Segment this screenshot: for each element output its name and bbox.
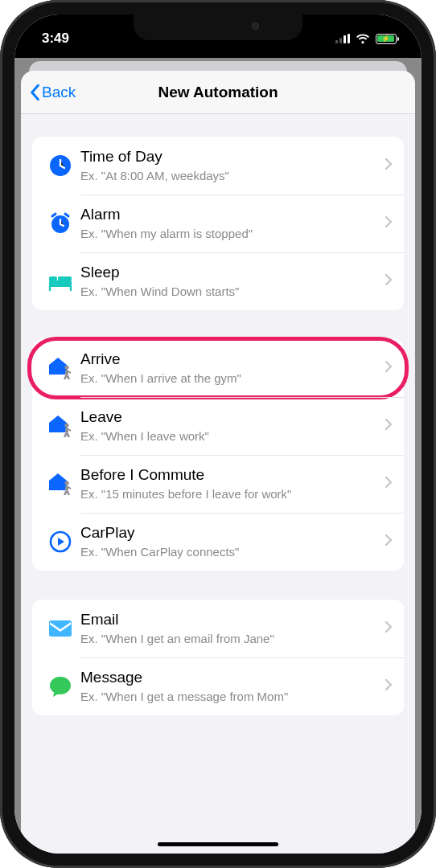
trigger-row-arrive[interactable]: ArriveEx. "When I arrive at the gym" bbox=[32, 339, 404, 397]
row-subtitle: Ex. "15 minutes before I leave for work" bbox=[80, 486, 383, 502]
battery-icon: ⚡ bbox=[376, 34, 400, 44]
mail-icon bbox=[43, 619, 77, 638]
commute-icon bbox=[43, 471, 77, 497]
trigger-row-sleep[interactable]: SleepEx. "When Wind Down starts" bbox=[32, 252, 404, 310]
home-indicator[interactable] bbox=[158, 842, 278, 846]
row-subtitle: Ex. "When my alarm is stopped" bbox=[80, 226, 383, 242]
trigger-group: ArriveEx. "When I arrive at the gym"Leav… bbox=[32, 339, 404, 571]
chevron-left-icon bbox=[29, 84, 40, 101]
chevron-right-icon bbox=[383, 534, 394, 550]
carplay-icon bbox=[43, 530, 77, 554]
row-subtitle: Ex. "At 8:00 AM, weekdays" bbox=[80, 168, 383, 184]
chevron-right-icon bbox=[383, 360, 394, 376]
row-subtitle: Ex. "When I get an email from Jane" bbox=[80, 631, 383, 647]
cellular-icon bbox=[335, 34, 350, 43]
chevron-right-icon bbox=[383, 215, 394, 231]
svg-rect-10 bbox=[65, 485, 68, 491]
nav-bar: Back New Automation bbox=[21, 71, 415, 114]
trigger-row-before-i-commute[interactable]: Before I CommuteEx. "15 minutes before I… bbox=[32, 455, 404, 513]
trigger-row-email[interactable]: EmailEx. "When I get an email from Jane" bbox=[32, 600, 404, 657]
row-texts: SleepEx. "When Wind Down starts" bbox=[77, 263, 383, 299]
svg-rect-2 bbox=[49, 280, 72, 287]
chevron-right-icon bbox=[383, 620, 394, 637]
row-texts: Before I CommuteEx. "15 minutes before I… bbox=[77, 465, 383, 502]
svg-rect-3 bbox=[49, 276, 57, 281]
notch bbox=[134, 14, 302, 40]
trigger-row-leave[interactable]: LeaveEx. "When I leave work" bbox=[32, 397, 404, 455]
bed-icon bbox=[43, 269, 77, 293]
row-subtitle: Ex. "When I arrive at the gym" bbox=[80, 371, 383, 387]
clock-icon bbox=[43, 154, 77, 178]
chevron-right-icon bbox=[383, 158, 394, 174]
row-texts: Time of DayEx. "At 8:00 AM, weekdays" bbox=[77, 147, 383, 183]
status-time: 3:49 bbox=[42, 31, 69, 47]
row-texts: EmailEx. "When I get an email from Jane" bbox=[77, 610, 383, 646]
wifi-icon bbox=[356, 34, 370, 44]
modal-stack: Back New Automation Time of DayEx. "At 8… bbox=[14, 58, 422, 854]
row-subtitle: Ex. "When I leave work" bbox=[80, 428, 383, 444]
row-subtitle: Ex. "When Wind Down starts" bbox=[80, 284, 383, 300]
alarm-icon bbox=[43, 211, 77, 235]
svg-rect-6 bbox=[65, 370, 68, 375]
trigger-row-time-of-day[interactable]: Time of DayEx. "At 8:00 AM, weekdays" bbox=[32, 137, 404, 194]
page-title: New Automation bbox=[21, 84, 415, 101]
row-title: Sleep bbox=[80, 263, 383, 282]
trigger-row-carplay[interactable]: CarPlayEx. "When CarPlay connects" bbox=[32, 513, 404, 571]
svg-rect-12 bbox=[49, 620, 72, 637]
status-indicators: ⚡ bbox=[335, 34, 400, 44]
new-automation-sheet: Back New Automation Time of DayEx. "At 8… bbox=[21, 71, 415, 854]
row-texts: CarPlayEx. "When CarPlay connects" bbox=[77, 523, 383, 559]
leave-icon bbox=[43, 413, 77, 439]
chevron-right-icon bbox=[383, 273, 394, 289]
trigger-group: Time of DayEx. "At 8:00 AM, weekdays"Ala… bbox=[32, 137, 404, 310]
arrive-icon bbox=[43, 355, 77, 381]
svg-point-5 bbox=[64, 365, 68, 369]
row-title: Email bbox=[80, 610, 383, 629]
row-title: Message bbox=[80, 668, 383, 687]
back-button[interactable]: Back bbox=[21, 84, 76, 101]
row-texts: ArriveEx. "When I arrive at the gym" bbox=[77, 350, 383, 386]
row-texts: MessageEx. "When I get a message from Mo… bbox=[77, 668, 383, 704]
row-title: Alarm bbox=[80, 205, 383, 224]
back-label: Back bbox=[42, 84, 76, 101]
svg-rect-8 bbox=[65, 428, 68, 433]
row-subtitle: Ex. "When I get a message from Mom" bbox=[80, 689, 383, 705]
row-title: Leave bbox=[80, 407, 383, 427]
chevron-right-icon bbox=[383, 678, 394, 694]
trigger-row-message[interactable]: MessageEx. "When I get a message from Mo… bbox=[32, 657, 404, 715]
row-title: Time of Day bbox=[80, 147, 383, 166]
chevron-right-icon bbox=[383, 476, 394, 492]
trigger-group: EmailEx. "When I get an email from Jane"… bbox=[32, 600, 404, 715]
row-title: Arrive bbox=[80, 350, 383, 369]
row-title: CarPlay bbox=[80, 523, 383, 542]
row-texts: AlarmEx. "When my alarm is stopped" bbox=[77, 205, 383, 241]
row-subtitle: Ex. "When CarPlay connects" bbox=[80, 544, 383, 560]
svg-point-9 bbox=[64, 481, 68, 485]
row-title: Before I Commute bbox=[80, 465, 383, 485]
svg-point-7 bbox=[64, 423, 68, 427]
trigger-list[interactable]: Time of DayEx. "At 8:00 AM, weekdays"Ala… bbox=[21, 114, 415, 854]
message-icon bbox=[43, 675, 77, 698]
chevron-right-icon bbox=[383, 418, 394, 434]
screen: 3:49 ⚡ Back bbox=[14, 14, 422, 854]
phone-frame: 3:49 ⚡ Back bbox=[0, 0, 436, 868]
row-texts: LeaveEx. "When I leave work" bbox=[77, 407, 383, 444]
svg-rect-4 bbox=[58, 276, 72, 281]
trigger-row-alarm[interactable]: AlarmEx. "When my alarm is stopped" bbox=[32, 194, 404, 252]
